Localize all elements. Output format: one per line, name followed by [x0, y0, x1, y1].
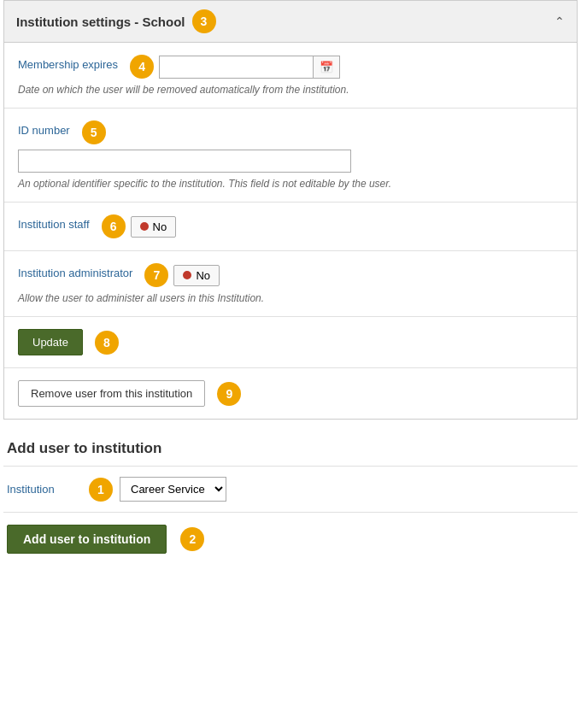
institution-select-row: Institution 1 Career Service School Othe…: [3, 466, 578, 513]
badge-6: 6: [102, 214, 126, 238]
id-number-label: ID number: [18, 124, 70, 137]
institution-settings-panel: Institution settings - School 3 ⌃ Member…: [3, 0, 578, 420]
add-user-section: Add user to institution Institution 1 Ca…: [0, 430, 581, 566]
staff-toggle-label: No: [153, 220, 167, 233]
membership-hint: Date on which the user will be removed a…: [18, 84, 563, 96]
collapse-icon[interactable]: ⌃: [555, 15, 565, 28]
update-row: Update 8: [4, 317, 577, 368]
admin-hint: Allow the user to administer all users i…: [18, 292, 563, 304]
update-button[interactable]: Update: [18, 329, 83, 355]
institution-staff-label: Institution staff: [18, 218, 90, 231]
badge-3: 3: [192, 9, 216, 33]
add-user-to-institution-button[interactable]: Add user to institution: [7, 525, 167, 554]
panel-body: Membership expires 4 📅 Date on which the…: [4, 43, 577, 419]
panel-title: Institution settings - School 3: [16, 9, 216, 33]
membership-input-group: 📅: [159, 56, 340, 79]
badge-4: 4: [130, 55, 154, 79]
institution-admin-toggle[interactable]: No: [173, 265, 220, 286]
badge-9: 9: [217, 382, 241, 406]
badge-5: 5: [82, 120, 106, 144]
badge-1: 1: [89, 478, 113, 502]
membership-expires-row: Membership expires 4 📅 Date on which the…: [4, 43, 577, 109]
institution-staff-toggle[interactable]: No: [131, 216, 177, 238]
badge-2: 2: [180, 527, 204, 551]
admin-toggle-dot: [183, 271, 191, 279]
membership-expires-label: Membership expires: [18, 58, 118, 71]
calendar-button[interactable]: 📅: [313, 56, 340, 79]
badge-8: 8: [95, 331, 119, 355]
institution-admin-label: Institution administrator: [18, 267, 132, 279]
remove-row: Remove user from this institution 9: [4, 368, 577, 419]
remove-button[interactable]: Remove user from this institution: [18, 380, 205, 407]
add-button-row: Add user to institution 2: [3, 513, 578, 566]
add-user-title: Add user to institution: [3, 433, 578, 466]
institution-staff-row: Institution staff 6 No: [4, 203, 577, 251]
staff-toggle-dot: [140, 222, 149, 231]
badge-7: 7: [144, 263, 168, 287]
institution-admin-row: Institution administrator 7 No Allow the…: [4, 251, 577, 317]
id-number-hint: An optional identifier specific to the i…: [18, 178, 563, 190]
id-number-row: ID number 5 An optional identifier speci…: [4, 109, 577, 203]
admin-toggle-label: No: [196, 269, 210, 282]
id-number-input[interactable]: [18, 150, 351, 173]
panel-header: Institution settings - School 3 ⌃: [4, 1, 577, 43]
institution-dropdown[interactable]: Career Service School Other: [120, 477, 226, 502]
institution-label: Institution: [7, 483, 75, 496]
panel-title-text: Institution settings - School: [16, 15, 185, 29]
membership-expires-input[interactable]: [159, 56, 313, 79]
